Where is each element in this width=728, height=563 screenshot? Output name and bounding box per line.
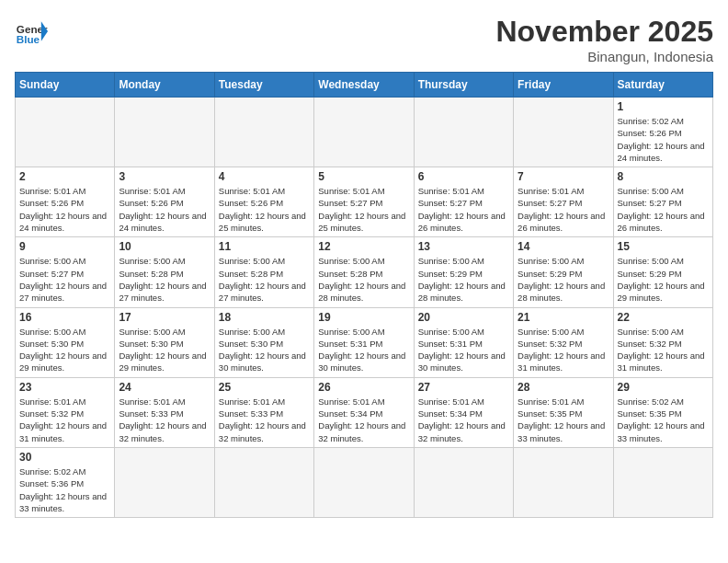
page-header: General Blue November 2025 Binangun, Ind… [15, 15, 713, 64]
calendar-row-6: 30 Sunrise: 5:02 AMSunset: 5:36 PMDaylig… [16, 447, 713, 517]
empty-cell [115, 447, 214, 517]
empty-cell [214, 98, 313, 167]
empty-cell [314, 98, 414, 167]
day-20: 20 Sunrise: 5:00 AMSunset: 5:31 PMDaylig… [414, 307, 513, 377]
day-12: 12 Sunrise: 5:00 AMSunset: 5:28 PMDaylig… [314, 237, 414, 307]
empty-cell [314, 447, 414, 517]
calendar-row-4: 16 Sunrise: 5:00 AMSunset: 5:30 PMDaylig… [16, 307, 713, 377]
day-21: 21 Sunrise: 5:00 AMSunset: 5:32 PMDaylig… [514, 307, 613, 377]
day-4: 4 Sunrise: 5:01 AMSunset: 5:26 PMDayligh… [214, 167, 313, 237]
day-10: 10 Sunrise: 5:00 AMSunset: 5:28 PMDaylig… [115, 237, 214, 307]
month-title: November 2025 [495, 15, 713, 49]
day-7: 7 Sunrise: 5:01 AMSunset: 5:27 PMDayligh… [514, 167, 613, 237]
day-15: 15 Sunrise: 5:00 AMSunset: 5:29 PMDaylig… [613, 237, 712, 307]
day-27: 27 Sunrise: 5:01 AMSunset: 5:34 PMDaylig… [414, 377, 513, 447]
day-28: 28 Sunrise: 5:01 AMSunset: 5:35 PMDaylig… [514, 377, 613, 447]
day-16: 16 Sunrise: 5:00 AMSunset: 5:30 PMDaylig… [16, 307, 115, 377]
logo-icon: General Blue [15, 15, 48, 48]
empty-cell [214, 447, 313, 517]
empty-cell [514, 98, 613, 167]
day-8: 8 Sunrise: 5:00 AMSunset: 5:27 PMDayligh… [613, 167, 712, 237]
day-29: 29 Sunrise: 5:02 AMSunset: 5:35 PMDaylig… [613, 377, 712, 447]
empty-cell [414, 447, 513, 517]
calendar: Sunday Monday Tuesday Wednesday Thursday… [15, 72, 713, 518]
header-saturday: Saturday [613, 73, 712, 98]
day-3: 3 Sunrise: 5:01 AMSunset: 5:26 PMDayligh… [115, 167, 214, 237]
day-18: 18 Sunrise: 5:00 AMSunset: 5:30 PMDaylig… [214, 307, 313, 377]
day-24: 24 Sunrise: 5:01 AMSunset: 5:33 PMDaylig… [115, 377, 214, 447]
title-section: November 2025 Binangun, Indonesia [495, 15, 713, 64]
logo: General Blue [15, 15, 48, 48]
empty-cell [514, 447, 613, 517]
svg-text:Blue: Blue [17, 33, 40, 45]
empty-cell [16, 98, 115, 167]
calendar-row-5: 23 Sunrise: 5:01 AMSunset: 5:32 PMDaylig… [16, 377, 713, 447]
day-14: 14 Sunrise: 5:00 AMSunset: 5:29 PMDaylig… [514, 237, 613, 307]
day-26: 26 Sunrise: 5:01 AMSunset: 5:34 PMDaylig… [314, 377, 414, 447]
day-19: 19 Sunrise: 5:00 AMSunset: 5:31 PMDaylig… [314, 307, 414, 377]
empty-cell [115, 98, 214, 167]
day-13: 13 Sunrise: 5:00 AMSunset: 5:29 PMDaylig… [414, 237, 513, 307]
empty-cell [613, 447, 712, 517]
day-1: 1 Sunrise: 5:02 AMSunset: 5:26 PMDayligh… [613, 98, 712, 167]
day-11: 11 Sunrise: 5:00 AMSunset: 5:28 PMDaylig… [214, 237, 313, 307]
day-9: 9 Sunrise: 5:00 AMSunset: 5:27 PMDayligh… [16, 237, 115, 307]
day-2: 2 Sunrise: 5:01 AMSunset: 5:26 PMDayligh… [16, 167, 115, 237]
header-wednesday: Wednesday [314, 73, 414, 98]
location: Binangun, Indonesia [495, 49, 713, 64]
weekday-header-row: Sunday Monday Tuesday Wednesday Thursday… [16, 73, 713, 98]
day-25: 25 Sunrise: 5:01 AMSunset: 5:33 PMDaylig… [214, 377, 313, 447]
day-5: 5 Sunrise: 5:01 AMSunset: 5:27 PMDayligh… [314, 167, 414, 237]
day-6: 6 Sunrise: 5:01 AMSunset: 5:27 PMDayligh… [414, 167, 513, 237]
calendar-row-1: 1 Sunrise: 5:02 AMSunset: 5:26 PMDayligh… [16, 98, 713, 167]
header-thursday: Thursday [414, 73, 513, 98]
calendar-row-3: 9 Sunrise: 5:00 AMSunset: 5:27 PMDayligh… [16, 237, 713, 307]
header-monday: Monday [115, 73, 214, 98]
header-friday: Friday [514, 73, 613, 98]
day-30: 30 Sunrise: 5:02 AMSunset: 5:36 PMDaylig… [16, 447, 115, 517]
header-sunday: Sunday [16, 73, 115, 98]
day-23: 23 Sunrise: 5:01 AMSunset: 5:32 PMDaylig… [16, 377, 115, 447]
day-17: 17 Sunrise: 5:00 AMSunset: 5:30 PMDaylig… [115, 307, 214, 377]
empty-cell [414, 98, 513, 167]
header-tuesday: Tuesday [214, 73, 313, 98]
calendar-row-2: 2 Sunrise: 5:01 AMSunset: 5:26 PMDayligh… [16, 167, 713, 237]
day-22: 22 Sunrise: 5:00 AMSunset: 5:32 PMDaylig… [613, 307, 712, 377]
